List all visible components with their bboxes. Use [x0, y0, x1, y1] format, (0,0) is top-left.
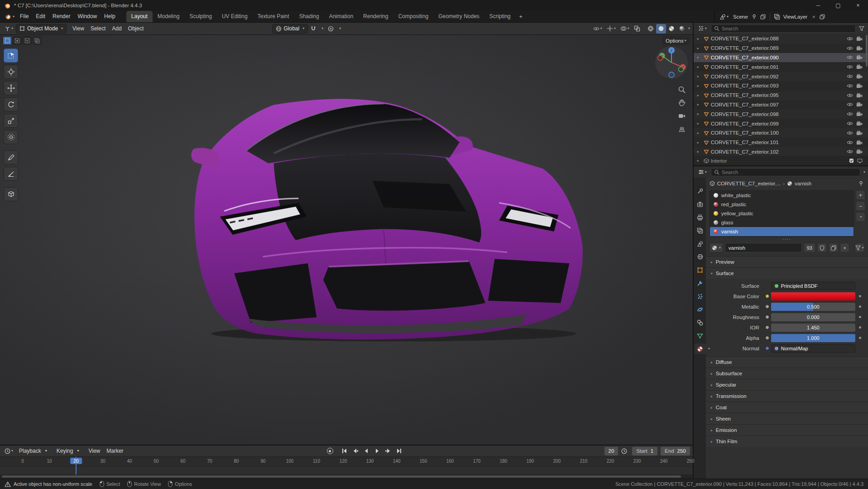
frame-start-field[interactable]: Start1 [632, 447, 657, 455]
section-header-thin-film[interactable]: ▸Thin Film [706, 436, 868, 447]
hide-viewport-icon[interactable] [847, 55, 853, 59]
show-object-types-icon[interactable]: ▾ [591, 24, 604, 34]
section-header-diffuse[interactable]: ▸Diffuse [706, 356, 868, 368]
material-name-field[interactable] [725, 243, 802, 252]
disable-render-icon[interactable] [856, 102, 863, 107]
snap-toggle[interactable] [309, 24, 318, 34]
timeline-menu-playback[interactable]: Playback▾ [16, 445, 53, 456]
workspace-tab-texture-paint[interactable]: Texture Paint [253, 11, 294, 22]
add-slot-button[interactable]: + [856, 190, 865, 200]
shading-wireframe-icon[interactable] [646, 24, 656, 34]
hide-viewport-icon[interactable] [847, 150, 853, 154]
disable-render-icon[interactable] [856, 121, 863, 126]
slot-specials-button[interactable]: ▾ [856, 212, 865, 222]
properties-tab-constraints[interactable] [695, 317, 706, 328]
restrict-viewport-icon[interactable] [857, 159, 863, 163]
section-header-emission[interactable]: ▸Emission [706, 424, 868, 436]
properties-tab-object[interactable] [695, 265, 706, 275]
properties-tab-physics[interactable] [695, 304, 706, 315]
section-header-transmission[interactable]: ▸Transmission [706, 390, 868, 402]
section-header-coat[interactable]: ▸Coat [706, 402, 868, 413]
viewlayer-close-icon[interactable]: × [810, 13, 817, 20]
hide-viewport-icon[interactable] [847, 65, 853, 69]
properties-tab-world[interactable] [695, 252, 706, 262]
tool-cursor-button[interactable] [4, 65, 18, 79]
collection-exclude-checkbox[interactable] [849, 158, 854, 163]
viewlayer-name[interactable]: ViewLayer [782, 14, 809, 19]
outliner-item[interactable]: ▸CORVETTE_C7_exterior.095 [694, 91, 868, 100]
browse-material-button[interactable]: ▾ [710, 243, 723, 252]
prev-keyframe-button[interactable] [350, 446, 360, 455]
scene-pin-icon[interactable] [751, 13, 758, 20]
axis-z-label[interactable]: Z [670, 48, 672, 53]
material-slot[interactable]: white_plastic [710, 191, 854, 200]
shading-rendered-icon[interactable] [677, 24, 687, 34]
properties-tab-view-layer[interactable] [695, 225, 706, 236]
playhead-frame-label[interactable]: 20 [70, 458, 82, 464]
blender-app-menu[interactable]: ▾ [3, 14, 16, 20]
proportional-dropdown[interactable]: ▾ [336, 24, 343, 34]
menu-window[interactable]: Window [74, 11, 101, 22]
scene-browse-icon[interactable]: ▾ [718, 12, 730, 22]
expand-arrow-icon[interactable]: ▸ [697, 131, 702, 135]
disable-render-icon[interactable] [856, 36, 863, 41]
tool-rotate-button[interactable] [4, 97, 18, 111]
shading-material-icon[interactable] [667, 24, 676, 34]
outliner-item[interactable]: ▸CORVETTE_C7_exterior.093 [694, 81, 868, 91]
timeline-scrollbar[interactable] [0, 474, 693, 479]
workspace-tab-scripting[interactable]: Scripting [484, 11, 516, 22]
expand-arrow-icon[interactable]: ▸ [697, 102, 702, 107]
frame-end-field[interactable]: End250 [661, 447, 690, 455]
roughness-slider[interactable]: 0.000 [771, 313, 855, 321]
expand-arrow-icon[interactable]: ▸ [706, 346, 713, 350]
animate-dot[interactable] [859, 337, 861, 339]
outliner-search[interactable] [711, 24, 856, 33]
playhead[interactable]: 20 [76, 457, 77, 474]
editor-type-timeline-icon[interactable]: ▾ [3, 446, 15, 456]
new-material-button[interactable] [829, 243, 838, 252]
gizmos-icon[interactable]: ▾ [605, 24, 618, 34]
tool-move-button[interactable] [4, 81, 18, 95]
hide-viewport-icon[interactable] [847, 112, 853, 116]
tool-annotate-button[interactable] [4, 150, 18, 165]
viewport-options-button[interactable]: Options▾ [662, 36, 690, 45]
snap-settings-dropdown[interactable]: ▾ [319, 24, 325, 34]
menu-file[interactable]: File [16, 11, 32, 22]
hide-viewport-icon[interactable] [847, 93, 853, 97]
expand-arrow-icon[interactable]: ▸ [697, 55, 702, 59]
material-filter-button[interactable]: ▾ [855, 243, 864, 252]
animate-dot[interactable] [859, 295, 861, 297]
expand-arrow-icon[interactable]: ▸ [697, 159, 702, 163]
expand-arrow-icon[interactable]: ▸ [697, 93, 702, 97]
hide-viewport-icon[interactable] [847, 140, 853, 145]
breadcrumb-material[interactable]: varnish [795, 181, 811, 186]
outliner-item[interactable]: ▸CORVETTE_C7_exterior.097 [694, 100, 868, 110]
expand-arrow-icon[interactable]: ▸ [697, 46, 702, 50]
outliner-item[interactable]: ▸CORVETTE_C7_exterior.091 [694, 62, 868, 72]
timeline-menu-keying[interactable]: Keying▾ [53, 445, 86, 456]
outliner-collection-interior[interactable]: ▸ Interior [694, 156, 868, 165]
editor-type-properties-icon[interactable]: ▾ [696, 167, 709, 177]
tool-scale-button[interactable] [4, 114, 18, 128]
overlays-icon[interactable]: ▾ [619, 24, 631, 34]
animate-dot[interactable] [859, 326, 861, 329]
menu-edit[interactable]: Edit [32, 11, 49, 22]
select-mode-subtract-button[interactable] [23, 36, 32, 45]
expand-arrow-icon[interactable]: ▸ [697, 84, 702, 88]
play-reverse-button[interactable] [361, 446, 371, 455]
preview-section-header[interactable]: ▸Preview [706, 256, 868, 267]
surface-section-header[interactable]: ▾Surface [706, 267, 868, 279]
properties-options-icon[interactable]: ▾ [863, 170, 865, 174]
tool-transform-button[interactable] [4, 130, 18, 144]
outliner-search-input[interactable] [722, 26, 853, 31]
viewport-menu-select[interactable]: Select [87, 23, 109, 34]
workspace-tab-modeling[interactable]: Modeling [153, 11, 185, 22]
remove-slot-button[interactable]: − [856, 201, 865, 211]
properties-tab-scene[interactable] [695, 238, 706, 249]
disable-render-icon[interactable] [856, 149, 863, 154]
scene-name[interactable]: Scene [732, 14, 749, 19]
viewlayer-icon[interactable] [773, 13, 781, 20]
maximize-button[interactable]: ▢ [828, 0, 848, 11]
outliner-item[interactable]: ▸CORVETTE_C7_exterior.101 [694, 138, 868, 147]
breadcrumb-object[interactable]: CORVETTE_C7_exterior.... [717, 181, 781, 186]
